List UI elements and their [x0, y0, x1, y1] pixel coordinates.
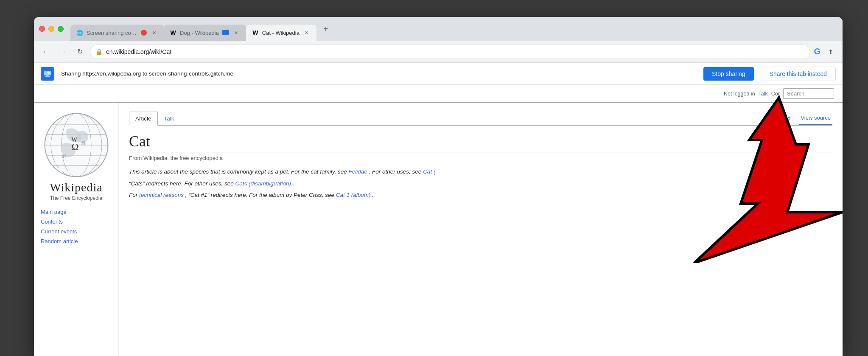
svg-text:維: 維	[81, 140, 86, 145]
recording-indicator-icon	[141, 30, 147, 36]
address-text: en.wikipedia.org/wiki/Cat	[106, 48, 805, 55]
nav-link-random[interactable]: Random article	[41, 237, 112, 245]
wiki-read-tabs: Read View source	[776, 111, 832, 125]
cats-disambiguation-link[interactable]: Cats (disambiguation)	[235, 180, 291, 187]
maximize-button[interactable]	[58, 26, 64, 32]
tab-title: Dog - Wikipedia	[180, 30, 219, 36]
technical-reasons-link[interactable]: technical reasons	[139, 192, 184, 198]
wiki-sidebar: Ω W 維 И Wikipedia The Free Encyclopedia …	[34, 103, 119, 356]
tab-title: Screen sharing controls	[87, 30, 137, 36]
tab-screen-sharing[interactable]: 🌐 Screen sharing controls ✕	[70, 25, 164, 41]
svg-text:И: И	[63, 154, 66, 159]
screen-share-tab-icon	[222, 30, 229, 35]
talk-link[interactable]: Talk	[759, 91, 768, 97]
felidae-link[interactable]: Felidae	[349, 168, 367, 175]
title-bar: 🌐 Screen sharing controls ✕ W Dog - Wiki…	[34, 17, 843, 41]
globe-favicon-icon: 🌐	[76, 29, 83, 36]
sharing-banner: Sharing https://en.wikipedia.org to scre…	[34, 63, 843, 85]
back-button[interactable]: ←	[39, 45, 53, 59]
minimize-button[interactable]	[48, 26, 54, 32]
stop-sharing-button[interactable]: Stop sharing	[703, 67, 754, 81]
search-input[interactable]	[783, 88, 834, 99]
tab-article[interactable]: Article	[129, 112, 158, 126]
svg-rect-3	[45, 76, 50, 77]
wikipedia-favicon-icon: W	[170, 29, 176, 36]
nav-right-icons: G ⬆	[814, 45, 837, 59]
article-note-3: For technical reasons , “Cat #1” redirec…	[129, 191, 832, 200]
not-logged-in-text: Not logged in	[724, 91, 755, 97]
wikipedia-tagline: The Free Encyclopedia	[50, 195, 102, 201]
tab-dog-wikipedia[interactable]: W Dog - Wikipedia ✕	[164, 25, 246, 41]
tab-talk[interactable]: Talk	[158, 112, 181, 125]
article-from-text: From Wikipedia, the free encyclopedia	[129, 155, 832, 161]
nav-link-current-events[interactable]: Current events	[41, 227, 112, 235]
new-tab-button[interactable]: +	[318, 21, 333, 36]
page-content: Not logged in Talk Cor	[34, 85, 843, 356]
tab-cat-wikipedia[interactable]: W Cat - Wikipedia ✕	[246, 25, 316, 41]
wikipedia-wordmark: Wikipedia	[50, 181, 103, 194]
reload-button[interactable]: ↻	[73, 45, 87, 59]
address-bar[interactable]: 🔒 en.wikipedia.org/wiki/Cat	[90, 45, 810, 59]
tab-read[interactable]: Read	[776, 112, 792, 125]
nav-link-main-page[interactable]: Main page	[41, 208, 112, 216]
tab-close-button[interactable]: ✕	[303, 29, 311, 36]
wiki-tabs: Article Talk Read View source	[129, 111, 832, 126]
tabs-container: 🌐 Screen sharing controls ✕ W Dog - Wiki…	[70, 17, 837, 41]
wiki-body: Ω W 維 И Wikipedia The Free Encyclopedia …	[34, 103, 843, 356]
svg-rect-1	[44, 71, 51, 75]
tab-view-source[interactable]: View source	[799, 111, 832, 125]
tab-close-button[interactable]: ✕	[150, 29, 158, 36]
tab-close-button[interactable]: ✕	[232, 29, 240, 36]
lock-icon: 🔒	[95, 48, 103, 55]
sharing-message: Sharing https://en.wikipedia.org to scre…	[61, 70, 697, 77]
article-note-2: “Cats” redirects here. For other uses, s…	[129, 179, 832, 188]
wiki-top-bar: Not logged in Talk Cor	[34, 85, 843, 103]
traffic-lights	[39, 26, 64, 32]
wikipedia-favicon-icon: W	[252, 29, 259, 36]
wikipedia-globe-icon: Ω W 維 И	[42, 111, 110, 179]
article-title: Cat	[129, 132, 832, 152]
svg-text:W: W	[71, 137, 77, 143]
article-note-1: This article is about the species that i…	[129, 167, 832, 177]
google-icon: G	[814, 47, 820, 56]
wiki-main: Article Talk Read View source Cat From W…	[119, 103, 843, 356]
nav-bar: ← → ↻ 🔒 en.wikipedia.org/wiki/Cat G ⬆	[34, 41, 843, 63]
cat1-album-link[interactable]: Cat 1 (album)	[336, 192, 371, 198]
share-tab-button[interactable]: Share this tab instead	[761, 67, 836, 81]
close-button[interactable]	[39, 26, 45, 32]
nav-link-contents[interactable]: Contents	[41, 218, 112, 226]
wiki-logo-container: Ω W 維 И Wikipedia The Free Encyclopedia	[41, 111, 112, 201]
forward-button[interactable]: →	[56, 45, 70, 59]
browser-window: 🌐 Screen sharing controls ✕ W Dog - Wiki…	[34, 17, 843, 356]
wiki-nav-links: Main page Contents Current events Random…	[41, 208, 112, 245]
share-button[interactable]: ⬆	[824, 45, 837, 59]
sharing-icon	[41, 67, 54, 81]
tab-title: Cat - Wikipedia	[262, 30, 300, 36]
cat-disambiguation-link[interactable]: Cat (	[423, 168, 435, 175]
contributions-partial: Cor	[771, 91, 780, 97]
